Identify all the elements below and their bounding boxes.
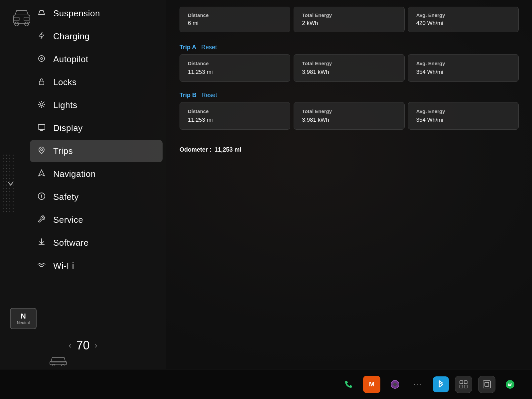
trip-b-distance-label: Distance: [188, 108, 282, 114]
trip-b-energy-value: 3,981 kWh: [302, 117, 396, 123]
summary-distance-label: Distance: [188, 12, 282, 18]
summary-distance-value: 6 mi: [188, 20, 282, 27]
camera-button[interactable]: [386, 376, 404, 393]
svg-rect-24: [464, 385, 467, 388]
trip-b-energy-label: Total Energy: [302, 108, 396, 114]
sidebar-item-label-wifi: Wi-Fi: [53, 261, 74, 271]
svg-rect-8: [39, 81, 44, 85]
sidebar-item-label-display: Display: [53, 123, 83, 133]
svg-rect-26: [485, 382, 489, 386]
svg-point-18: [41, 268, 42, 268]
speed-increase[interactable]: ›: [95, 341, 97, 350]
odometer-label: Odometer :: [180, 146, 211, 153]
sidebar-item-suspension[interactable]: Suspension: [30, 2, 163, 25]
sidebar-item-label-service: Service: [53, 215, 83, 225]
sidebar-item-charging[interactable]: Charging: [30, 25, 163, 48]
sidebar-item-service[interactable]: Service: [30, 209, 163, 231]
trip-a-name: Trip A: [180, 44, 196, 51]
sidebar-item-label-trips: Trips: [53, 146, 73, 156]
charging-icon: [37, 32, 47, 42]
sidebar-item-software[interactable]: Software: [30, 232, 163, 254]
lock-icon: [37, 77, 47, 87]
sidebar-item-label-charging: Charging: [53, 31, 90, 42]
sidebar-item-wifi[interactable]: Wi-Fi: [30, 255, 163, 277]
trip-b-avg-card: Avg. Energy 354 Wh/mi: [408, 102, 519, 130]
sidebar-item-label-suspension: Suspension: [53, 8, 100, 19]
speed-value: 70: [76, 338, 89, 352]
svg-point-29: [52, 364, 55, 366]
svg-rect-22: [464, 381, 467, 384]
software-icon: [37, 238, 47, 248]
trip-a-header: Trip A Reset: [180, 44, 519, 51]
summary-energy-card: Total Energy 2 kWh: [294, 7, 404, 32]
navigation-icon: [37, 169, 47, 179]
trip-a-reset-button[interactable]: Reset: [201, 44, 217, 51]
spotify-button[interactable]: [501, 376, 519, 393]
svg-rect-23: [460, 385, 463, 388]
trip-a-avg-value: 354 Wh/mi: [416, 69, 510, 75]
svg-marker-5: [39, 32, 44, 39]
trips-content: Distance 6 mi Total Energy 2 kWh Avg. En…: [180, 7, 519, 153]
app2-button[interactable]: [478, 376, 495, 393]
trip-b-reset-button[interactable]: Reset: [201, 92, 217, 99]
trip-b-avg-label: Avg. Energy: [416, 108, 510, 114]
trip-a-energy-label: Total Energy: [302, 61, 396, 66]
taskbar-icons: M ···: [340, 376, 519, 393]
phone-button[interactable]: [340, 376, 357, 393]
sidebar-item-display[interactable]: Display: [30, 117, 163, 139]
trip-b-name: Trip B: [180, 92, 197, 99]
svg-point-20: [393, 383, 397, 386]
odometer-value: 11,253 mi: [214, 146, 241, 153]
summary-avg-label: Avg. Energy: [416, 12, 510, 18]
app1-button[interactable]: [455, 376, 472, 393]
summary-energy-label: Total Energy: [302, 12, 396, 18]
summary-energy-value: 2 kWh: [302, 20, 396, 27]
sidebar-item-locks[interactable]: Locks: [30, 71, 163, 93]
trip-a-distance-label: Distance: [188, 61, 282, 66]
svg-rect-21: [460, 381, 463, 384]
speed-decrease[interactable]: ‹: [68, 341, 71, 350]
sidebar-item-safety[interactable]: Safety: [30, 186, 163, 208]
main-panel: Distance 6 mi Total Energy 2 kWh Avg. En…: [166, 0, 532, 369]
bottom-car-icon: [48, 353, 68, 367]
sidebar-item-label-safety: Safety: [53, 192, 79, 202]
trip-a-stats-row: Distance 11,253 mi Total Energy 3,981 kW…: [180, 54, 519, 82]
trip-b-header: Trip B Reset: [180, 92, 519, 99]
gear-letter: N: [16, 312, 31, 321]
trips-icon: [37, 146, 47, 156]
music-button[interactable]: M: [363, 376, 380, 393]
sidebar-item-label-autopilot: Autopilot: [53, 54, 88, 65]
svg-rect-4: [24, 17, 29, 21]
sidebar-item-label-software: Software: [53, 238, 89, 248]
trip-b-distance-value: 11,253 mi: [188, 117, 282, 123]
trip-a-energy-card: Total Energy 3,981 kWh: [294, 54, 404, 82]
lights-icon: [37, 100, 47, 110]
svg-point-30: [62, 364, 64, 366]
sidebar-item-trips[interactable]: Trips: [30, 140, 163, 162]
autopilot-icon: [37, 55, 47, 65]
summary-stats-row: Distance 6 mi Total Energy 2 kWh Avg. En…: [180, 7, 519, 32]
svg-marker-12: [39, 170, 45, 176]
gear-sublabel: Neutral: [16, 321, 31, 325]
svg-point-6: [39, 56, 45, 62]
svg-point-11: [41, 149, 43, 151]
bluetooth-button[interactable]: [433, 376, 449, 392]
suspension-icon: [37, 9, 47, 19]
safety-icon: [37, 192, 47, 202]
svg-point-15: [41, 197, 42, 198]
sidebar-item-navigation[interactable]: Navigation: [30, 163, 163, 185]
svg-rect-25: [483, 381, 490, 388]
summary-avg-value: 420 Wh/mi: [416, 20, 510, 27]
sidebar-item-label-lights: Lights: [53, 100, 77, 110]
more-button[interactable]: ···: [410, 376, 427, 393]
trip-a-avg-label: Avg. Energy: [416, 61, 510, 66]
sidebar-item-label-locks: Locks: [53, 77, 76, 87]
svg-rect-10: [38, 124, 45, 129]
sidebar-item-lights[interactable]: Lights: [30, 94, 163, 116]
trip-b-distance-card: Distance 11,253 mi: [180, 102, 290, 130]
sidebar-item-autopilot[interactable]: Autopilot: [30, 48, 163, 70]
display-icon: [37, 124, 47, 133]
scroll-down-arrow[interactable]: [6, 179, 15, 190]
trip-a-distance-value: 11,253 mi: [188, 69, 282, 75]
sidebar-item-label-navigation: Navigation: [53, 169, 96, 179]
